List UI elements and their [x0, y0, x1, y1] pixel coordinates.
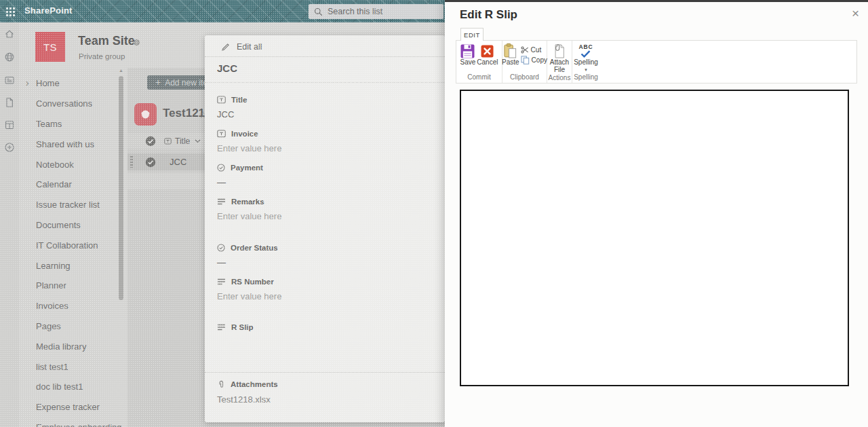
drag-handle-icon[interactable]	[130, 156, 133, 168]
site-privacy-label: Private group	[79, 52, 125, 60]
sharepoint-brand: SharePoint	[24, 5, 73, 16]
search-input[interactable]: Search this list	[309, 4, 443, 19]
attach-file-button[interactable]: Attach File	[547, 43, 572, 73]
save-button[interactable]: Save	[460, 43, 476, 73]
site-title[interactable]: Team Site	[78, 34, 135, 48]
sidebar-item-issue-tracker-list[interactable]: Issue tracker list	[19, 195, 127, 215]
field-payment: Payment —	[217, 163, 435, 187]
sidebar-item-learning[interactable]: Learning	[19, 255, 127, 276]
add-icon[interactable]	[4, 142, 15, 153]
sidebar-item-shared-with-us[interactable]: Shared with us	[19, 134, 127, 154]
scrollbar-up-icon[interactable]: ▲	[118, 68, 124, 73]
select-all-icon[interactable]	[145, 136, 156, 147]
cut-icon	[521, 46, 529, 54]
cancel-button[interactable]: Cancel	[477, 43, 498, 73]
tab-edit[interactable]: EDIT	[460, 28, 484, 41]
field-order-status-value[interactable]: —	[217, 257, 435, 267]
divider	[205, 372, 445, 373]
edit-r-slip-dialog: Edit R Slip × EDIT Save Cancel	[445, 0, 868, 427]
sidebar-item-it-collaboration[interactable]: IT Collaboration	[19, 235, 127, 255]
chevron-down-icon	[195, 139, 201, 143]
document-icon[interactable]	[4, 97, 15, 108]
attach-file-icon	[553, 43, 566, 59]
globe-icon[interactable]	[4, 52, 15, 62]
spelling-icon: ABC	[579, 43, 593, 59]
home-icon[interactable]	[4, 29, 15, 39]
sidebar-item-documents[interactable]: Documents	[19, 215, 127, 236]
row-selected-icon[interactable]	[145, 157, 156, 168]
choice-field-icon	[217, 164, 225, 172]
group-label-clipboard: Clipboard	[502, 73, 547, 83]
dialog-top-strip	[445, 0, 868, 2]
sidebar-item-pages[interactable]: Pages	[19, 316, 127, 337]
field-rs-number: RS Number Enter value here	[217, 277, 435, 301]
divider	[205, 82, 445, 83]
copy-button[interactable]: Copy	[521, 56, 547, 64]
group-label-commit: Commit	[456, 73, 502, 83]
paste-button[interactable]: Paste	[502, 43, 519, 73]
cancel-icon	[481, 43, 494, 59]
app-rail	[0, 22, 19, 427]
sidebar-item-home[interactable]: ›Home	[19, 73, 127, 94]
multiline-field-icon	[217, 324, 226, 331]
sidebar-item-media-library[interactable]: Media library	[19, 336, 127, 356]
plus-icon: +	[155, 77, 161, 87]
field-remarks-input[interactable]: Enter value here	[217, 211, 435, 221]
sidebar-item-calendar[interactable]: Calendar	[19, 174, 127, 195]
group-label-spelling: Spelling	[572, 73, 599, 83]
notebook-icon[interactable]	[4, 119, 15, 130]
spelling-button[interactable]: ABC Spelling ▾	[574, 43, 598, 73]
field-invoice-input[interactable]: Enter value here	[217, 143, 435, 153]
paperclip-icon	[217, 380, 225, 389]
close-icon[interactable]: ×	[852, 7, 859, 20]
field-payment-value[interactable]: —	[217, 177, 435, 187]
field-title-value[interactable]: JCC	[217, 109, 435, 119]
save-icon	[460, 43, 475, 59]
ribbon-group-commit: Save Cancel Commit	[456, 41, 502, 83]
item-heading: JCC	[217, 62, 237, 74]
sidebar-item-employee-onboarding[interactable]: Employee onboarding	[19, 417, 127, 427]
paste-icon	[503, 43, 517, 59]
sidebar-item-notebook[interactable]: Notebook	[19, 154, 127, 174]
app-launcher-icon[interactable]	[5, 7, 15, 16]
divider	[205, 56, 445, 57]
ribbon-group-spelling: ABC Spelling ▾ Spelling	[572, 41, 599, 83]
multiline-field-icon	[217, 278, 226, 286]
sidebar-item-expense-tracker[interactable]: Expense tracker	[19, 397, 127, 417]
sidebar-item-planner[interactable]: Planner	[19, 276, 127, 296]
sidebar-item-teams[interactable]: Teams	[19, 114, 127, 134]
site-logo[interactable]: TS	[35, 32, 65, 62]
multiline-field-icon	[217, 198, 226, 206]
sidebar-item-conversations[interactable]: Conversations	[19, 94, 127, 114]
suite-bar: SharePoint Search this list	[0, 0, 445, 22]
field-invoice: Invoice Enter value here	[217, 129, 435, 153]
attachment-file-link[interactable]: Test1218.xlsx	[217, 394, 435, 405]
search-placeholder: Search this list	[328, 7, 382, 16]
ribbon: Save Cancel Commit Paste	[456, 40, 857, 83]
field-title: Title JCC	[217, 95, 435, 119]
site-members-icon	[133, 37, 140, 49]
rslip-editor-area[interactable]	[460, 90, 849, 386]
sidebar-item-doc-lib-test1[interactable]: doc lib test1	[19, 377, 127, 397]
list-icon	[134, 103, 157, 126]
dialog-title: Edit R Slip	[460, 8, 517, 22]
column-header-title: Title	[175, 136, 190, 146]
chevron-right-icon: ›	[26, 77, 29, 88]
text-field-icon	[217, 96, 226, 104]
choice-field-icon	[217, 244, 225, 252]
copy-icon	[521, 56, 530, 64]
edit-all-button[interactable]: Edit all	[221, 42, 262, 52]
sidebar-scrollbar[interactable]	[119, 76, 123, 300]
news-icon[interactable]	[4, 75, 15, 86]
sidebar-item-list-test1[interactable]: list test1	[19, 356, 127, 377]
cut-button[interactable]: Cut	[521, 46, 547, 54]
screen: SharePoint Search this list TS Team Site…	[0, 0, 868, 427]
field-remarks: Remarks Enter value here	[217, 197, 435, 221]
search-icon	[314, 7, 323, 16]
field-rs-number-input[interactable]: Enter value here	[217, 291, 435, 301]
row-title: JCC	[170, 157, 186, 167]
text-column-icon	[164, 138, 172, 145]
item-detail-panel: Edit all JCC Title JCC Invoice Enter val…	[205, 35, 445, 422]
sidebar-item-invoices[interactable]: Invoices	[19, 296, 127, 316]
field-attachments: Attachments Test1218.xlsx	[217, 379, 435, 405]
